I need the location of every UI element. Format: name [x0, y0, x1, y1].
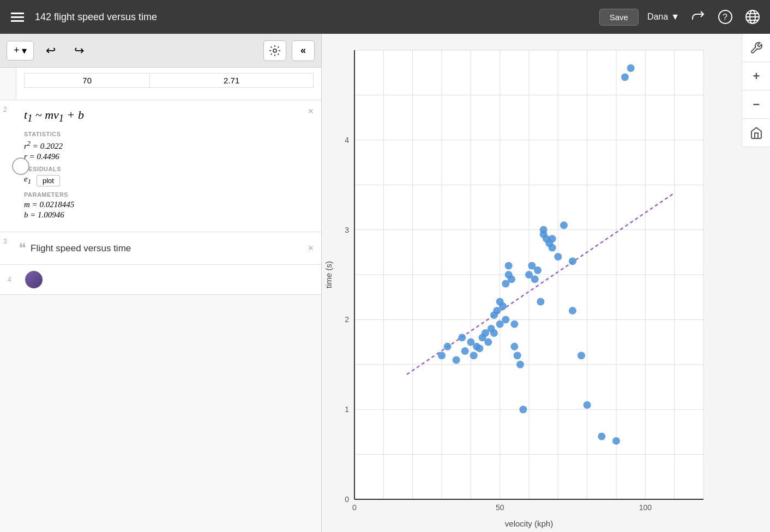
table-cell-col2[interactable]: 2.71	[150, 74, 314, 88]
svg-point-97	[612, 437, 620, 445]
row-4-avatar	[25, 271, 43, 288]
svg-point-98	[621, 73, 629, 81]
svg-point-81	[531, 275, 539, 283]
svg-rect-0	[11, 13, 24, 14]
svg-point-90	[554, 253, 562, 261]
add-plus-icon: +	[14, 45, 20, 56]
m-parameter: m = 0.0218445	[24, 200, 314, 209]
svg-point-68	[499, 303, 507, 310]
zoom-in-button[interactable]: +	[742, 62, 770, 90]
statistics-section: STATISTICS r2 = 0.2022 r = 0.4496	[24, 131, 314, 161]
table-cell-col1[interactable]: 70	[25, 74, 150, 88]
svg-text:1: 1	[345, 405, 349, 414]
svg-rect-2	[11, 20, 24, 22]
quote-icon: ❝	[19, 240, 26, 257]
svg-text:time (s): time (s)	[324, 261, 333, 288]
svg-point-75	[510, 343, 518, 350]
user-dropdown-icon: ▼	[671, 12, 679, 22]
topbar: 142 flight speed versus time Save Dana ▼…	[0, 0, 770, 34]
help-icon[interactable]: ?	[717, 8, 734, 26]
undo-button[interactable]: ↩	[39, 40, 62, 61]
svg-point-51	[444, 343, 452, 350]
svg-point-89	[549, 244, 556, 252]
svg-point-76	[514, 352, 521, 359]
svg-text:50: 50	[496, 503, 504, 512]
data-table-row: 70 2.71	[0, 68, 321, 100]
svg-text:0: 0	[345, 495, 349, 504]
svg-point-61	[484, 338, 492, 346]
title-row-number: 3	[3, 238, 7, 245]
svg-point-88	[549, 235, 556, 243]
expression-list: 70 2.71 2 × t1 ~ mv1 + b	[0, 68, 321, 532]
item-title-text[interactable]: Flight speed versus time	[31, 243, 308, 254]
redo-button[interactable]: ↪	[68, 40, 91, 61]
r-squared-value: r2 = 0.2022	[24, 140, 314, 151]
svg-point-10	[273, 49, 276, 52]
svg-point-53	[458, 334, 466, 341]
svg-text:4: 4	[345, 136, 349, 144]
title-close-button[interactable]: ×	[308, 243, 314, 254]
svg-text:0: 0	[352, 503, 357, 512]
home-button[interactable]	[742, 119, 770, 147]
regression-row-number: 2	[3, 106, 7, 113]
statistics-label: STATISTICS	[24, 131, 314, 137]
svg-point-69	[502, 316, 509, 323]
data-table: 70 2.71	[24, 73, 314, 88]
svg-point-72	[505, 262, 513, 270]
residuals-var: e1	[24, 174, 31, 186]
expression-toolbar: + ▾ ↩ ↪ «	[0, 34, 321, 68]
svg-point-52	[453, 356, 460, 364]
plot-button[interactable]: plot	[37, 175, 60, 186]
svg-point-96	[598, 433, 605, 440]
svg-point-78	[519, 406, 527, 413]
settings-button[interactable]	[263, 40, 286, 61]
residuals-section: RESIDUALS e1 plot	[24, 166, 314, 187]
regression-expression-row: 2 × t1 ~ mv1 + b STATISTICS r2 = 0.2022 …	[0, 100, 321, 232]
svg-point-73	[508, 275, 515, 283]
parameters-section: PARAMETERS m = 0.0218445 b = 1.00946	[24, 191, 314, 220]
left-panel: + ▾ ↩ ↪ « 70	[0, 34, 322, 532]
title-expression-row: 3 ❝ Flight speed versus time ×	[0, 232, 321, 265]
globe-icon[interactable]	[744, 8, 761, 26]
regression-formula: t1 ~ mv1 + b	[24, 108, 314, 124]
add-button[interactable]: + ▾	[7, 41, 34, 61]
svg-point-95	[583, 401, 591, 409]
svg-point-54	[461, 347, 469, 355]
svg-text:velocity (kph): velocity (kph)	[505, 519, 553, 528]
zoom-out-button[interactable]: −	[742, 90, 770, 119]
parameters-label: PARAMETERS	[24, 191, 314, 198]
svg-point-83	[537, 298, 544, 305]
row-number-1	[0, 68, 16, 100]
page-title: 142 flight speed versus time	[35, 11, 591, 23]
save-button[interactable]: Save	[599, 9, 639, 26]
share-icon[interactable]	[689, 8, 707, 26]
svg-text:3: 3	[345, 226, 349, 234]
collapse-button[interactable]: «	[292, 40, 315, 61]
regression-close-button[interactable]: ×	[308, 106, 314, 117]
residuals-label: RESIDUALS	[24, 166, 314, 172]
svg-point-77	[516, 361, 524, 368]
user-menu[interactable]: Dana ▼	[647, 12, 679, 22]
svg-text:?: ?	[723, 13, 727, 22]
r-value: r = 0.4496	[24, 152, 314, 161]
menu-icon[interactable]	[9, 8, 26, 26]
graph-svg: 05010001234velocity (kph)time (s)	[322, 34, 770, 532]
wrench-button[interactable]	[742, 34, 770, 62]
main-layout: + ▾ ↩ ↪ « 70	[0, 34, 770, 532]
svg-point-93	[569, 307, 576, 315]
svg-rect-1	[11, 16, 24, 18]
right-toolbar: + −	[742, 34, 770, 147]
svg-point-94	[578, 352, 585, 359]
svg-point-63	[490, 329, 498, 337]
b-parameter: b = 1.00946	[24, 210, 314, 220]
svg-point-58	[476, 344, 483, 352]
svg-point-56	[470, 352, 478, 359]
topbar-right: Dana ▼ ?	[647, 8, 761, 26]
graph-panel: 05010001234velocity (kph)time (s) + −	[322, 34, 770, 532]
svg-point-50	[438, 352, 446, 359]
table-content: 70 2.71	[16, 68, 321, 100]
regression-circle-indicator	[12, 158, 34, 175]
svg-point-99	[627, 64, 635, 72]
residuals-row: e1 plot	[24, 174, 314, 187]
add-dropdown-icon: ▾	[22, 45, 27, 57]
